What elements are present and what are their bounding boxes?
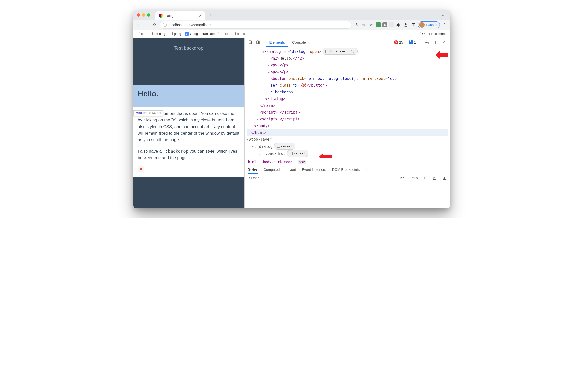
extension-green[interactable] (376, 22, 381, 28)
svg-rect-6 (434, 176, 435, 177)
breadcrumb-bar: html body.dark-mode nav (245, 158, 450, 165)
tab-console[interactable]: Console (289, 38, 309, 47)
address-text: localhost:8080/demo/dialog (169, 23, 211, 27)
new-style-rule-icon[interactable]: ＋ (421, 174, 428, 182)
issues-icon: ▘ (409, 40, 413, 44)
save-style-icon[interactable] (431, 174, 438, 182)
dialog-element: Hello. I'm a dialog element that is open… (133, 85, 244, 177)
tree-p1[interactable]: ▶<p>…</p> (247, 62, 448, 69)
tree-h2[interactable]: <h2>Hello.</h2> (247, 55, 448, 62)
content-split: Test backdrop Hello. I'm a dialog elemen… (133, 38, 450, 208)
computed-toggle-icon[interactable] (441, 174, 448, 182)
top-layer-badge[interactable]: top-layer (1) (323, 48, 358, 55)
labs-flask-icon[interactable] (403, 22, 409, 28)
errors-badge[interactable]: ✕25 (392, 40, 405, 45)
styles-tab-event-listeners[interactable]: Event Listeners (301, 165, 327, 174)
cls-toggle[interactable]: .cls (410, 176, 418, 180)
forward-button[interactable]: → (144, 22, 150, 28)
bookmark-cdt[interactable]: cdt (136, 32, 145, 36)
bookmark-prd[interactable]: prd (218, 32, 228, 36)
reveal-badge[interactable]: reveal (274, 143, 295, 150)
tab-title: dialog (165, 14, 197, 18)
tree-html-close[interactable]: </html> (247, 129, 448, 136)
styles-tab-more[interactable]: » (365, 165, 368, 174)
settings-gear-icon[interactable] (424, 39, 431, 46)
styles-tab-computed[interactable]: Computed (263, 165, 280, 174)
reload-button[interactable]: ⟳ (152, 22, 158, 28)
devtools-kebab-icon[interactable]: ⋮ (432, 39, 439, 46)
reveal-icon (325, 50, 328, 53)
extension-n[interactable]: n (382, 22, 387, 28)
elements-tree[interactable]: ▼<dialog id="dialog" open>top-layer (1) … (245, 47, 450, 158)
kebab-menu-icon[interactable]: ⋮ (442, 22, 448, 28)
device-toggle-icon[interactable] (255, 39, 262, 46)
tree-script-collapsed[interactable]: ▶<script>…</script> (247, 116, 448, 122)
dialog-paragraph-2: I also have a ::backdrop you can style, … (138, 148, 240, 161)
tree-top-layer-backdrop[interactable]: ↳ ::backdropreveal (247, 150, 448, 157)
extensions-puzzle-icon[interactable] (395, 22, 401, 28)
test-backdrop-button[interactable]: Test backdrop (133, 38, 244, 58)
maximize-window-button[interactable] (147, 14, 150, 17)
tree-button-line2[interactable]: se" class="x">❌</button> (247, 82, 448, 89)
star-icon[interactable]: ☆ (361, 22, 367, 28)
callout-arrow-icon (318, 148, 332, 158)
bookmark-demo[interactable]: demo (232, 32, 245, 36)
folder-icon (136, 32, 140, 36)
tree-button-line1[interactable]: <button onclick="window.dialog.close();"… (247, 76, 448, 82)
inspect-element-icon[interactable] (247, 39, 254, 46)
tree-p2[interactable]: ▶<p>…</p> (247, 69, 448, 76)
new-tab-button[interactable]: + (207, 12, 214, 18)
styles-tab-dom-breakpoints[interactable]: DOM Breakpoints (332, 165, 360, 174)
other-bookmarks[interactable]: Other Bookmarks (417, 32, 447, 36)
bookmark-goog[interactable]: goog (169, 32, 181, 36)
address-bar[interactable]: i localhost:8080/demo/dialog (160, 21, 352, 29)
styles-filter-row: :hov .cls ＋ (245, 174, 450, 182)
tab-more[interactable]: » (310, 38, 319, 47)
devtools-close-icon[interactable]: ✕ (441, 39, 448, 46)
crumb-body[interactable]: body.dark-mode (262, 160, 293, 164)
page-viewport: Test backdrop Hello. I'm a dialog elemen… (133, 38, 244, 208)
share-icon[interactable] (353, 22, 359, 28)
tab-close-icon[interactable]: ✕ (199, 14, 202, 18)
tab-elements[interactable]: Elements (266, 38, 289, 47)
profile-chip[interactable]: Paused (418, 22, 440, 28)
issues-badge[interactable]: ▘1 (407, 40, 418, 45)
minimize-window-button[interactable] (142, 14, 145, 17)
reveal-badge[interactable]: reveal (287, 150, 308, 156)
tree-main-close[interactable]: </main> (247, 102, 448, 109)
titlebar: dialog ✕ + ⌄ (133, 10, 450, 20)
sidepanel-icon[interactable] (410, 22, 416, 28)
tree-top-layer[interactable]: ▼#top-layer (247, 136, 448, 143)
browser-window: dialog ✕ + ⌄ ← → ⟳ i localhost:8080/demo… (133, 10, 450, 208)
styles-tab-layout[interactable]: Layout (285, 165, 296, 174)
folder-icon (149, 32, 153, 36)
translate-icon: G (185, 32, 189, 36)
tabs-menu-chevron-icon[interactable]: ⌄ (440, 12, 447, 18)
toolbar-right: ☆ ✂ n Paused ⋮ (353, 22, 447, 28)
crumb-nav[interactable]: nav (298, 160, 306, 164)
tree-script-empty[interactable]: <script> </script> (247, 109, 448, 116)
avatar (419, 22, 425, 28)
scissors-icon[interactable]: ✂ (368, 22, 374, 28)
tree-top-layer-dialog[interactable]: ▼↳ dialogreveal (247, 143, 448, 150)
devtools-panel: Elements Console » ✕25 ▘1 ⋮ ✕ ▼<dialog i… (244, 38, 450, 208)
tree-dialog-close[interactable]: </dialog> (247, 96, 448, 102)
crumb-html[interactable]: html (247, 160, 258, 164)
tree-body-close[interactable]: </body> (247, 122, 448, 129)
back-button[interactable]: ← (136, 22, 142, 28)
tree-dialog-open[interactable]: ▼<dialog id="dialog" open>top-layer (1) (247, 48, 448, 55)
styles-tab-styles[interactable]: Styles (248, 165, 258, 174)
folder-icon (169, 32, 173, 36)
browser-tab[interactable]: dialog ✕ (155, 12, 205, 20)
dialog-close-button[interactable]: ✕ (138, 166, 144, 172)
bookmark-cdt-blog[interactable]: cdt blog (149, 32, 165, 36)
close-window-button[interactable] (137, 14, 140, 17)
styles-filter-input[interactable] (247, 176, 396, 180)
svg-point-5 (426, 42, 428, 43)
extension-light[interactable] (389, 22, 394, 28)
bookmark-google-translate[interactable]: GGoogle Translate (185, 32, 215, 36)
tree-backdrop[interactable]: ::backdrop (247, 89, 448, 96)
site-info-icon[interactable]: i (163, 23, 167, 27)
hov-toggle[interactable]: :hov (398, 176, 407, 180)
reveal-icon (290, 152, 293, 155)
